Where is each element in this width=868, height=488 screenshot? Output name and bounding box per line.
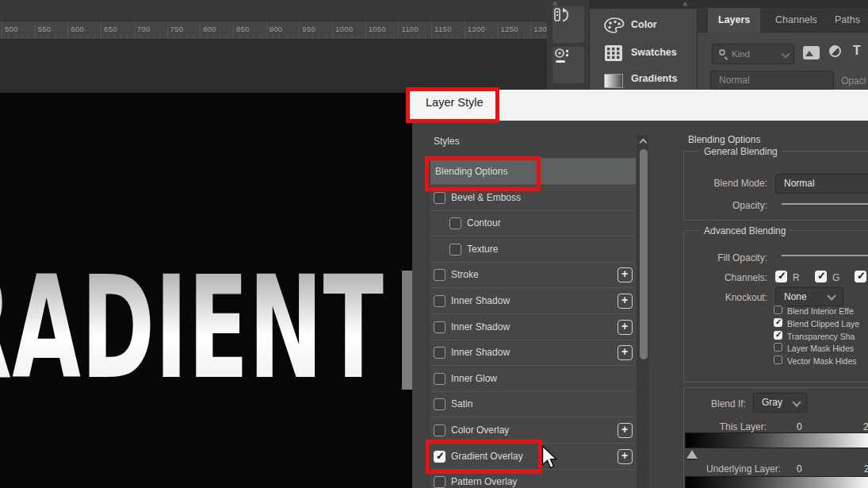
layers-panel: Layers Channels Paths Kind T Normal Opac…	[698, 0, 868, 90]
ruler-tick-label: 650	[104, 25, 117, 33]
underlying-layer-label: Underlying Layer:	[664, 463, 781, 475]
canvas: RADIENT	[0, 93, 412, 488]
channel-g-checkbox[interactable]	[815, 271, 827, 282]
ruler-tick	[2, 21, 2, 40]
blend-mode-value: Normal	[784, 178, 815, 189]
history-panel-button[interactable]	[553, 6, 584, 43]
this-layer-label: This Layer:	[650, 421, 767, 432]
adv-option-blend-clipped-laye[interactable]: Blend Clipped Laye	[774, 318, 868, 331]
adv-option-layer-mask-hides[interactable]: Layer Mask Hides	[774, 343, 868, 355]
ruler-tick-label: 1300	[533, 25, 547, 33]
properties-panel-button[interactable]	[553, 47, 584, 83]
advanced-options-list: Blend Interior EffeBlend Clipped LayeTra…	[774, 305, 868, 371]
ruler-tick	[101, 21, 101, 40]
style-row-inner-shadow[interactable]: Inner Shadow	[430, 314, 636, 340]
style-label: Texture	[467, 236, 498, 262]
add-effect-button[interactable]	[618, 423, 633, 438]
ruler-minor-tick	[21, 35, 22, 39]
style-checkbox-inner-glow[interactable]	[434, 373, 445, 385]
underlying-layer-gradient-ramp[interactable]	[685, 476, 868, 488]
style-row-inner-shadow[interactable]: Inner Shadow	[430, 288, 636, 314]
opacity-slider[interactable]	[782, 203, 868, 205]
swatches-panel-row[interactable]: Swatches	[590, 41, 698, 65]
chevron-down-icon	[827, 291, 835, 300]
collapse-panel-icon[interactable]: «	[681, 2, 690, 7]
ruler-minor-tick	[358, 35, 359, 39]
style-row-satin[interactable]: Satin	[430, 391, 636, 417]
adv-option-checkbox[interactable]	[774, 305, 782, 314]
ruler-minor-tick	[392, 35, 392, 39]
palette-icon	[604, 17, 625, 34]
scroll-up-icon[interactable]	[640, 139, 648, 147]
style-label: Contour	[467, 210, 501, 236]
adv-option-checkbox[interactable]	[774, 355, 782, 364]
adv-option-transparency-sha[interactable]: Transparency Sha	[774, 331, 868, 344]
scrollbar-thumb[interactable]	[640, 149, 648, 359]
add-effect-button[interactable]	[618, 449, 633, 464]
style-label: Stroke	[451, 262, 479, 287]
ruler-minor-tick	[504, 35, 505, 39]
adjustment-filter-icon[interactable]	[829, 45, 841, 57]
style-checkbox-color-overlay[interactable]	[434, 425, 445, 436]
style-checkbox-inner-shadow[interactable]	[434, 295, 445, 307]
ruler-minor-tick	[477, 35, 478, 39]
style-checkbox-inner-shadow[interactable]	[434, 321, 445, 333]
add-effect-button[interactable]	[618, 320, 633, 335]
style-row-contour[interactable]: Contour	[430, 210, 636, 236]
blend-if-select[interactable]: Gray	[753, 393, 807, 413]
ruler-tick-label: 1150	[434, 25, 452, 33]
ruler-minor-tick	[55, 35, 55, 39]
channel-r-checkbox[interactable]	[775, 271, 787, 282]
adv-option-checkbox[interactable]	[774, 343, 782, 352]
adv-option-blend-interior-effe[interactable]: Blend Interior Effe	[774, 305, 868, 318]
options-bar	[0, 0, 547, 21]
adv-option-vector-mask-hides[interactable]: Vector Mask Hides	[774, 355, 868, 368]
style-checkbox-stroke[interactable]	[434, 269, 445, 281]
ruler-minor-tick	[352, 35, 353, 39]
ruler-minor-tick	[524, 35, 525, 39]
knockout-value: None	[784, 291, 807, 302]
styles-scrollbar[interactable]	[637, 135, 648, 488]
style-checkbox-pattern-overlay[interactable]	[434, 476, 445, 488]
style-checkbox-inner-shadow[interactable]	[434, 347, 445, 359]
pixel-filter-icon[interactable]	[803, 46, 820, 60]
this-layer-gradient-ramp[interactable]	[685, 432, 868, 448]
ruler-tick	[233, 21, 234, 40]
style-checkbox-contour[interactable]	[449, 217, 461, 229]
tab-paths[interactable]: Paths	[824, 8, 868, 33]
add-effect-button[interactable]	[618, 294, 633, 309]
ruler-minor-tick	[451, 35, 452, 39]
adv-option-checkbox[interactable]	[774, 331, 782, 340]
panel-header-strip	[698, 0, 868, 8]
gradients-icon	[604, 74, 623, 88]
add-effect-button[interactable]	[618, 267, 633, 282]
channel-b-checkbox[interactable]	[855, 271, 866, 282]
knockout-select[interactable]: None	[775, 287, 843, 306]
style-label: Inner Shadow	[451, 340, 510, 365]
blend-mode-select[interactable]: Normal	[775, 174, 868, 194]
style-row-inner-glow[interactable]: Inner Glow	[430, 366, 636, 392]
ruler-minor-tick	[187, 35, 188, 39]
fill-opacity-slider[interactable]	[782, 255, 868, 256]
tab-channels[interactable]: Channels	[765, 8, 828, 33]
style-checkbox-satin[interactable]	[434, 398, 445, 410]
style-row-inner-shadow[interactable]: Inner Shadow	[430, 340, 636, 366]
style-row-stroke[interactable]: Stroke	[430, 262, 636, 288]
adv-option-checkbox[interactable]	[774, 318, 782, 327]
style-checkbox-bevel-emboss[interactable]	[434, 192, 445, 204]
channel-r-label: R	[793, 272, 800, 283]
layer-filter-field[interactable]: Kind	[712, 44, 794, 64]
tab-layers[interactable]: Layers	[708, 8, 760, 33]
style-row-texture[interactable]: Texture	[430, 236, 636, 263]
color-swatches-panel: « Color	[590, 0, 698, 90]
ruler-minor-tick	[319, 35, 319, 39]
add-effect-button[interactable]	[618, 345, 633, 360]
color-panel-row[interactable]: Color	[590, 13, 698, 37]
blend-mode-dropdown[interactable]: Normal	[710, 71, 834, 90]
collapse-panel-icon[interactable]: «	[551, 2, 560, 6]
ruler-minor-tick	[220, 35, 220, 39]
shadow-stop-slider[interactable]	[686, 450, 698, 459]
type-filter-icon[interactable]: T	[853, 44, 861, 58]
style-checkbox-texture[interactable]	[449, 244, 461, 256]
style-label: Inner Shadow	[451, 314, 510, 340]
